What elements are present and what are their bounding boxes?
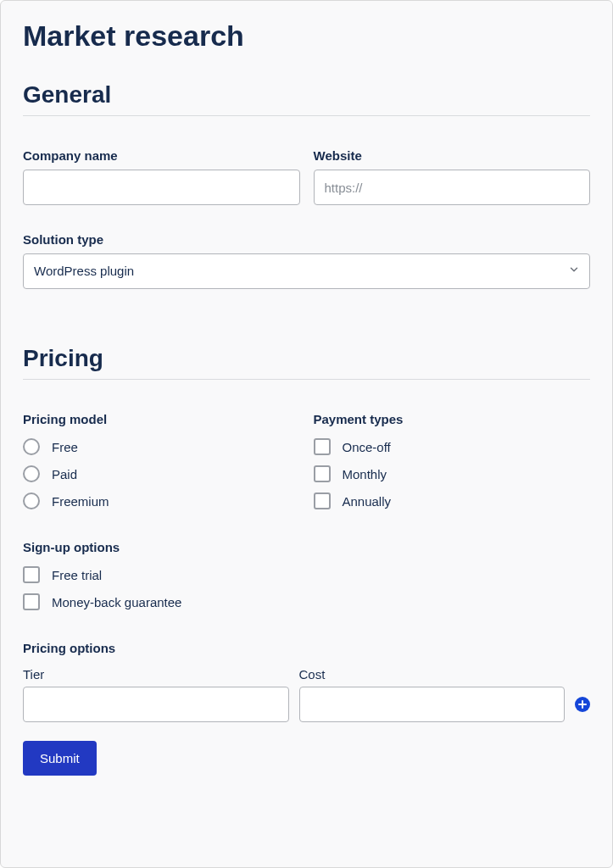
option-label: Money-back guarantee — [52, 595, 181, 609]
option-label: Free trial — [52, 568, 102, 582]
pricing-options-label: Pricing options — [23, 641, 590, 655]
checkbox-icon — [23, 593, 40, 610]
section-divider — [23, 115, 590, 116]
checkbox-icon — [23, 566, 40, 583]
pricing-model-options: Free Paid Freemium — [23, 438, 300, 509]
general-row-1: Company name Website — [23, 148, 590, 205]
payment-types-label: Payment types — [314, 412, 591, 426]
radio-icon — [23, 438, 40, 455]
checkbox-option-monthly[interactable]: Monthly — [314, 465, 591, 482]
radio-icon — [23, 492, 40, 509]
signup-options-list: Free trial Money-back guarantee — [23, 566, 590, 610]
option-label: Free — [52, 440, 78, 454]
section-divider — [23, 379, 590, 380]
cost-label: Cost — [299, 667, 566, 682]
cost-input[interactable] — [299, 687, 566, 722]
checkbox-icon — [314, 465, 331, 482]
solution-type-label: Solution type — [23, 232, 590, 247]
add-row-button[interactable] — [575, 697, 590, 712]
payment-types-options: Once-off Monthly Annually — [314, 438, 591, 509]
company-name-label: Company name — [23, 148, 300, 163]
radio-option-freemium[interactable]: Freemium — [23, 492, 300, 509]
checkbox-option-onceoff[interactable]: Once-off — [314, 438, 591, 455]
signup-options-label: Sign-up options — [23, 540, 590, 554]
option-label: Monthly — [343, 467, 387, 481]
pricing-options-row: Tier Cost — [23, 667, 590, 722]
cost-field: Cost — [299, 667, 566, 722]
option-label: Paid — [52, 467, 77, 481]
pricing-options-group: Pricing options Tier Cost — [23, 641, 590, 722]
checkbox-option-annually[interactable]: Annually — [314, 492, 591, 509]
radio-option-free[interactable]: Free — [23, 438, 300, 455]
submit-button[interactable]: Submit — [23, 741, 97, 776]
option-label: Once-off — [343, 440, 391, 454]
pricing-model-group: Pricing model Free Paid Freemium — [23, 412, 300, 509]
signup-options-group: Sign-up options Free trial Money-back gu… — [23, 540, 590, 610]
checkbox-option-money-back[interactable]: Money-back guarantee — [23, 593, 590, 610]
solution-type-select[interactable]: WordPress plugin — [23, 253, 590, 289]
checkbox-option-free-trial[interactable]: Free trial — [23, 566, 590, 583]
tier-field: Tier — [23, 667, 289, 722]
option-label: Freemium — [52, 494, 109, 509]
page-title: Market research — [23, 19, 590, 53]
payment-types-group: Payment types Once-off Monthly Annually — [314, 412, 591, 509]
radio-option-paid[interactable]: Paid — [23, 465, 300, 482]
radio-icon — [23, 465, 40, 482]
company-name-input[interactable] — [23, 170, 300, 205]
section-heading-pricing: Pricing — [23, 345, 590, 372]
tier-label: Tier — [23, 667, 289, 682]
plus-icon — [578, 700, 587, 709]
section-heading-general: General — [23, 81, 590, 108]
website-label: Website — [314, 148, 591, 163]
pricing-model-label: Pricing model — [23, 412, 300, 426]
form-page: Market research General Company name Web… — [0, 0, 613, 868]
pricing-groups-row: Pricing model Free Paid Freemium Payment… — [23, 412, 590, 509]
tier-input[interactable] — [23, 687, 289, 722]
checkbox-icon — [314, 492, 331, 509]
solution-type-field: Solution type WordPress plugin — [23, 232, 590, 289]
website-input[interactable] — [314, 170, 591, 205]
option-label: Annually — [343, 494, 392, 509]
checkbox-icon — [314, 438, 331, 455]
website-field: Website — [314, 148, 591, 205]
company-name-field: Company name — [23, 148, 300, 205]
solution-type-select-wrap: WordPress plugin — [23, 253, 590, 289]
